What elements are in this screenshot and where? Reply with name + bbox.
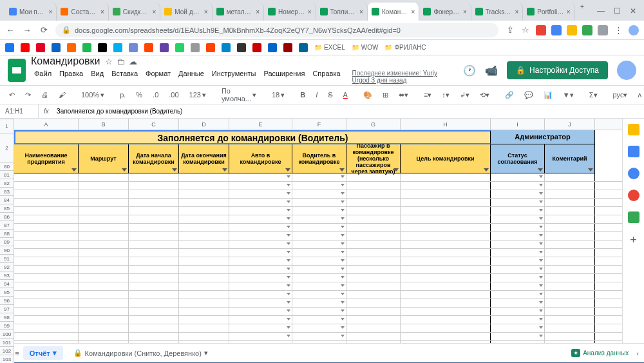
cell[interactable] <box>14 274 79 282</box>
bookmark-icon[interactable] <box>160 43 169 52</box>
cell[interactable] <box>401 333 491 340</box>
row-header[interactable]: 96 <box>0 297 14 305</box>
cloud-icon[interactable]: ☁ <box>129 57 137 66</box>
cell[interactable] <box>14 240 79 248</box>
cell[interactable] <box>229 308 292 315</box>
cell[interactable] <box>346 240 401 248</box>
cell[interactable] <box>545 173 595 181</box>
close-button[interactable]: ✕ <box>630 6 636 15</box>
cell[interactable] <box>292 266 346 273</box>
cell[interactable] <box>229 324 292 332</box>
back-button[interactable]: ← <box>5 25 15 35</box>
row-header[interactable]: 1 <box>0 119 14 133</box>
move-icon[interactable]: 🗀 <box>117 57 125 66</box>
bookmark-folder[interactable]: 📁 WOW <box>352 44 379 51</box>
link-button[interactable]: 🔗 <box>502 90 516 101</box>
cell[interactable] <box>401 190 491 198</box>
bookmark-folder[interactable]: 📁 ФРИЛАНС <box>384 44 426 51</box>
sheet-tab-active[interactable]: Отчёт ▾ <box>23 346 63 360</box>
cell[interactable] <box>229 190 292 198</box>
side-panel-toggle[interactable]: ‹ <box>636 349 639 357</box>
cell[interactable] <box>179 190 229 198</box>
bookmark-icon[interactable] <box>129 43 138 52</box>
cell[interactable] <box>14 341 79 343</box>
cell[interactable] <box>179 224 229 231</box>
row-header[interactable]: 94 <box>0 280 14 288</box>
ext-icon[interactable] <box>551 25 562 35</box>
zoom-select[interactable]: 100% ▾ <box>79 90 107 101</box>
bookmark-icon[interactable] <box>206 43 215 52</box>
browser-tab[interactable]: Командировк× <box>368 3 419 21</box>
cell[interactable] <box>14 282 79 290</box>
row-header[interactable]: 90 <box>0 246 14 255</box>
menu-item[interactable]: Файл <box>31 68 55 85</box>
cell[interactable] <box>229 266 292 273</box>
browser-tab[interactable]: Номера – Goo× <box>264 3 316 21</box>
cell[interactable] <box>491 257 545 265</box>
cell[interactable] <box>545 249 595 257</box>
cell[interactable] <box>79 215 129 223</box>
cell[interactable] <box>179 316 229 324</box>
cell[interactable] <box>229 316 292 324</box>
cell[interactable] <box>545 291 595 299</box>
cell[interactable] <box>545 182 595 190</box>
cell[interactable] <box>229 257 292 265</box>
minimize-button[interactable]: — <box>597 6 605 15</box>
column-header[interactable]: H <box>401 119 491 130</box>
cell[interactable] <box>545 274 595 282</box>
cell[interactable] <box>179 341 229 343</box>
cell[interactable] <box>346 324 401 332</box>
wrap-button[interactable]: ↲▾ <box>457 90 472 101</box>
bookmark-icon[interactable] <box>144 43 153 52</box>
cell[interactable] <box>545 316 595 324</box>
cell[interactable] <box>229 173 292 181</box>
cell[interactable] <box>14 182 79 190</box>
bookmark-icon[interactable] <box>175 43 184 52</box>
cell[interactable] <box>179 173 229 181</box>
cell[interactable] <box>292 232 346 240</box>
avatar[interactable] <box>617 61 636 80</box>
column-header[interactable]: G <box>346 119 401 130</box>
share-button[interactable]: 🔒 Настройки Доступа <box>507 61 608 79</box>
cell[interactable] <box>491 182 545 190</box>
row-header[interactable]: 88 <box>0 230 14 238</box>
cell[interactable] <box>545 257 595 265</box>
chart-button[interactable]: 📊 <box>541 90 555 101</box>
bold-button[interactable]: B <box>298 90 308 100</box>
cell[interactable] <box>229 240 292 248</box>
cell[interactable] <box>14 215 79 223</box>
row-header[interactable]: 83 <box>0 188 14 196</box>
cell[interactable] <box>292 333 346 340</box>
bookmark-folder[interactable]: 📁 EXCEL <box>314 44 345 51</box>
rotate-button[interactable]: ⟲▾ <box>477 90 492 101</box>
cell[interactable] <box>14 308 79 315</box>
cell[interactable] <box>491 173 545 181</box>
column-header[interactable]: A <box>14 119 79 130</box>
cell[interactable] <box>129 215 179 223</box>
admin-section-header[interactable]: Администратор <box>491 130 595 144</box>
cell[interactable] <box>79 232 129 240</box>
bookmark-icon[interactable] <box>98 43 107 52</box>
cell[interactable] <box>229 232 292 240</box>
cell[interactable] <box>545 240 595 248</box>
cell[interactable] <box>79 207 129 215</box>
cell[interactable] <box>79 341 129 343</box>
forward-button[interactable]: → <box>22 25 32 35</box>
browser-tab[interactable]: Топливо – Go× <box>316 3 368 21</box>
valign-button[interactable]: ↕▾ <box>439 90 452 101</box>
dec-increase[interactable]: .00 <box>166 90 181 100</box>
cell[interactable] <box>346 215 401 223</box>
cell[interactable] <box>401 341 491 343</box>
menu-item[interactable]: Справка <box>309 68 343 85</box>
cell[interactable] <box>79 274 129 282</box>
cell[interactable] <box>79 324 129 332</box>
cell[interactable] <box>346 299 401 307</box>
format-select[interactable]: 123▾ <box>187 90 209 101</box>
column-header[interactable]: B <box>79 119 129 130</box>
meet-icon[interactable]: 📹 <box>485 64 498 77</box>
history-icon[interactable]: 🕐 <box>463 64 476 77</box>
cell[interactable] <box>129 182 179 190</box>
cell[interactable] <box>129 299 179 307</box>
ext-icon[interactable] <box>536 25 546 35</box>
cell[interactable] <box>401 274 491 282</box>
